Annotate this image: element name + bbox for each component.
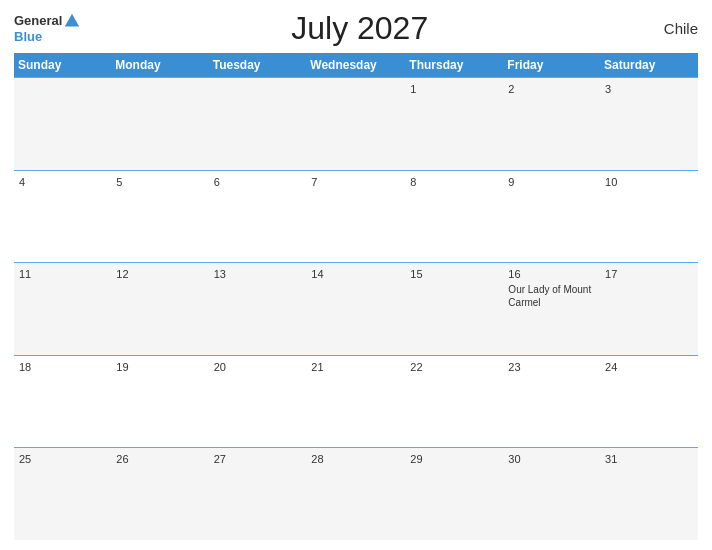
calendar-day-cell: 23 [503,355,600,448]
day-number: 13 [214,268,302,280]
day-number: 7 [311,176,400,188]
calendar-header: General Blue July 2027 Chile [14,10,698,47]
svg-marker-0 [65,14,79,27]
logo-blue-text: Blue [14,30,81,44]
calendar-day-cell: 29 [405,448,503,541]
day-of-week-header: Monday [111,53,208,78]
day-number: 17 [605,268,693,280]
calendar-week-row: 111213141516Our Lady of Mount Carmel17 [14,263,698,356]
country-label: Chile [638,20,698,37]
calendar-day-cell: 7 [306,170,405,263]
calendar-day-cell [209,78,307,171]
day-number: 14 [311,268,400,280]
day-number: 28 [311,453,400,465]
calendar-day-cell: 30 [503,448,600,541]
calendar-day-cell [306,78,405,171]
day-number: 6 [214,176,302,188]
day-number: 4 [19,176,106,188]
logo-triangle-icon [63,12,81,30]
day-number: 16 [508,268,595,280]
calendar-week-row: 123 [14,78,698,171]
calendar-day-cell: 31 [600,448,698,541]
calendar-day-cell: 5 [111,170,208,263]
day-number: 12 [116,268,203,280]
day-number: 18 [19,361,106,373]
calendar-day-cell: 18 [14,355,111,448]
calendar-week-row: 45678910 [14,170,698,263]
calendar-day-cell [14,78,111,171]
calendar-day-cell: 2 [503,78,600,171]
day-number: 21 [311,361,400,373]
day-number: 24 [605,361,693,373]
calendar-day-cell: 20 [209,355,307,448]
calendar-event: Our Lady of Mount Carmel [508,283,595,309]
day-number: 31 [605,453,693,465]
day-number: 26 [116,453,203,465]
day-of-week-header: Friday [503,53,600,78]
day-number: 10 [605,176,693,188]
day-number: 3 [605,83,693,95]
day-number: 8 [410,176,498,188]
day-of-week-header: Sunday [14,53,111,78]
calendar-week-row: 25262728293031 [14,448,698,541]
calendar-day-cell: 16Our Lady of Mount Carmel [503,263,600,356]
day-number: 11 [19,268,106,280]
day-number: 22 [410,361,498,373]
calendar-day-cell: 15 [405,263,503,356]
calendar-week-row: 18192021222324 [14,355,698,448]
month-title: July 2027 [81,10,638,47]
calendar-day-cell: 8 [405,170,503,263]
day-number: 23 [508,361,595,373]
day-number: 27 [214,453,302,465]
calendar-day-cell: 28 [306,448,405,541]
calendar-day-cell: 12 [111,263,208,356]
calendar-day-cell: 21 [306,355,405,448]
day-number: 25 [19,453,106,465]
day-number: 20 [214,361,302,373]
day-number: 9 [508,176,595,188]
calendar-day-cell: 4 [14,170,111,263]
calendar-day-cell: 1 [405,78,503,171]
calendar-table: SundayMondayTuesdayWednesdayThursdayFrid… [14,53,698,540]
calendar-day-cell: 19 [111,355,208,448]
day-of-week-header: Saturday [600,53,698,78]
calendar-day-cell: 11 [14,263,111,356]
calendar-day-cell: 6 [209,170,307,263]
calendar-day-cell: 27 [209,448,307,541]
day-number: 29 [410,453,498,465]
day-number: 1 [410,83,498,95]
calendar-day-cell: 3 [600,78,698,171]
day-number: 15 [410,268,498,280]
day-of-week-header: Tuesday [209,53,307,78]
calendar-container: General Blue July 2027 Chile SundayMonda… [0,0,712,550]
day-of-week-header: Thursday [405,53,503,78]
calendar-day-cell: 9 [503,170,600,263]
calendar-day-cell: 10 [600,170,698,263]
calendar-day-cell: 17 [600,263,698,356]
day-number: 19 [116,361,203,373]
calendar-day-cell: 26 [111,448,208,541]
days-of-week-row: SundayMondayTuesdayWednesdayThursdayFrid… [14,53,698,78]
calendar-day-cell: 14 [306,263,405,356]
calendar-day-cell: 24 [600,355,698,448]
calendar-day-cell: 22 [405,355,503,448]
day-number: 30 [508,453,595,465]
day-number: 2 [508,83,595,95]
logo-general-text: General [14,14,62,28]
day-number: 5 [116,176,203,188]
calendar-day-cell [111,78,208,171]
day-of-week-header: Wednesday [306,53,405,78]
calendar-day-cell: 25 [14,448,111,541]
calendar-day-cell: 13 [209,263,307,356]
logo: General Blue [14,12,81,44]
